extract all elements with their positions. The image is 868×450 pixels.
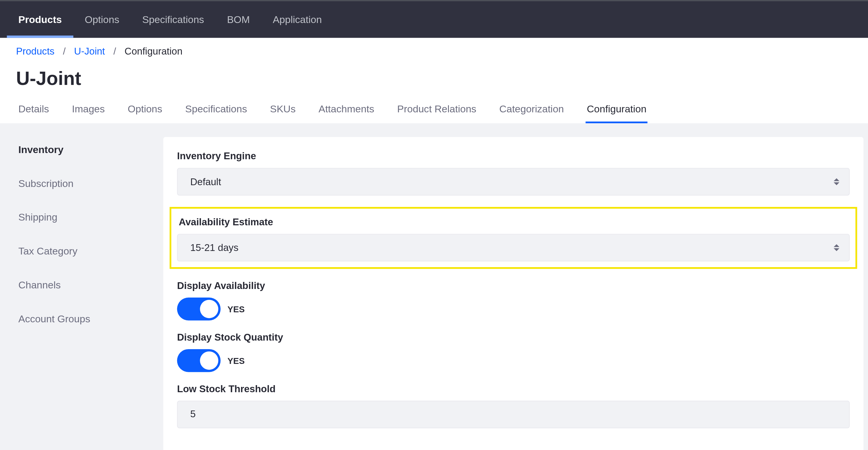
field-display-stock-quantity: Display Stock Quantity YES <box>177 332 850 372</box>
sidenav-item-channels[interactable]: Channels <box>14 272 160 298</box>
breadcrumb-link-ujoint[interactable]: U-Joint <box>74 46 105 57</box>
page-title: U-Joint <box>0 60 868 97</box>
sidenav-label: Subscription <box>18 178 73 189</box>
sidenav-label: Inventory <box>18 144 63 155</box>
toggle-knob <box>200 352 218 370</box>
field-inventory-engine: Inventory Engine Default <box>177 151 850 196</box>
topnav-label: Application <box>273 13 321 26</box>
tab-label: Options <box>128 103 162 115</box>
topnav-label: Options <box>85 13 119 26</box>
select-availability-estimate-wrap: 15-21 days <box>177 234 850 261</box>
tab-label: Details <box>18 103 49 115</box>
topnav-item-options[interactable]: Options <box>73 1 131 38</box>
sidenav-label: Shipping <box>18 211 57 223</box>
tab-label: Attachments <box>319 103 374 115</box>
tab-attachments[interactable]: Attachments <box>307 97 386 123</box>
highlight-availability-estimate: Availability Estimate 15-21 days <box>169 207 857 269</box>
tab-configuration[interactable]: Configuration <box>575 97 658 123</box>
sidenav-item-shipping[interactable]: Shipping <box>14 205 160 230</box>
tab-label: SKUs <box>270 103 296 115</box>
breadcrumb-current: Configuration <box>125 46 183 57</box>
tab-label: Images <box>72 103 105 115</box>
toggle-state-label: YES <box>227 356 245 365</box>
config-panel: Inventory Engine Default Availability Es… <box>163 137 864 450</box>
topnav-label: Products <box>18 13 62 26</box>
toggle-display-availability[interactable] <box>177 298 221 321</box>
breadcrumb-sep: / <box>114 46 116 57</box>
tab-skus[interactable]: SKUs <box>258 97 307 123</box>
field-display-availability: Display Availability YES <box>177 280 850 321</box>
tab-details[interactable]: Details <box>7 97 60 123</box>
label-display-stock-quantity: Display Stock Quantity <box>177 332 850 343</box>
input-low-stock-threshold[interactable] <box>177 401 850 428</box>
tab-label: Categorization <box>499 103 564 115</box>
tab-label: Specifications <box>185 103 247 115</box>
breadcrumb: Products / U-Joint / Configuration <box>0 38 868 60</box>
side-nav: Inventory Subscription Shipping Tax Cate… <box>0 123 163 450</box>
sub-tabs: Details Images Options Specifications SK… <box>0 97 868 123</box>
sidenav-item-tax-category[interactable]: Tax Category <box>14 239 160 264</box>
label-availability-estimate: Availability Estimate <box>179 217 850 228</box>
topnav-item-products[interactable]: Products <box>7 1 73 38</box>
topnav-label: BOM <box>227 13 250 26</box>
sidenav-label: Tax Category <box>18 245 77 257</box>
select-inventory-engine-wrap: Default <box>177 168 850 196</box>
breadcrumb-sep: / <box>63 46 66 57</box>
label-inventory-engine: Inventory Engine <box>177 151 850 162</box>
topnav-item-bom[interactable]: BOM <box>215 1 261 38</box>
toggle-knob <box>200 300 218 318</box>
tab-specifications[interactable]: Specifications <box>174 97 258 123</box>
toggle-row-display-stock-quantity: YES <box>177 349 850 372</box>
label-display-availability: Display Availability <box>177 280 850 292</box>
field-availability-estimate: Availability Estimate 15-21 days <box>177 217 850 262</box>
topnav-label: Specifications <box>142 13 204 26</box>
top-nav: Products Options Specifications BOM Appl… <box>0 1 868 38</box>
select-availability-estimate[interactable]: 15-21 days <box>177 234 850 261</box>
sidenav-item-subscription[interactable]: Subscription <box>14 171 160 197</box>
breadcrumb-link-products[interactable]: Products <box>16 46 54 57</box>
sidenav-item-inventory[interactable]: Inventory <box>14 137 160 163</box>
label-low-stock-threshold: Low Stock Threshold <box>177 384 850 395</box>
select-inventory-engine[interactable]: Default <box>177 168 850 196</box>
tab-product-relations[interactable]: Product Relations <box>386 97 488 123</box>
tab-label: Product Relations <box>397 103 476 115</box>
content-area: Inventory Subscription Shipping Tax Cate… <box>0 123 868 450</box>
topnav-item-specifications[interactable]: Specifications <box>131 1 216 38</box>
toggle-row-display-availability: YES <box>177 298 850 321</box>
toggle-state-label: YES <box>227 304 245 314</box>
sidenav-item-account-groups[interactable]: Account Groups <box>14 306 160 332</box>
tab-images[interactable]: Images <box>60 97 116 123</box>
field-low-stock-threshold: Low Stock Threshold <box>177 384 850 428</box>
tab-options[interactable]: Options <box>116 97 174 123</box>
toggle-display-stock-quantity[interactable] <box>177 349 221 372</box>
topnav-item-application[interactable]: Application <box>261 1 333 38</box>
sidenav-label: Channels <box>18 279 61 291</box>
sidenav-label: Account Groups <box>18 313 90 324</box>
tab-label: Configuration <box>587 103 646 115</box>
tab-categorization[interactable]: Categorization <box>488 97 575 123</box>
